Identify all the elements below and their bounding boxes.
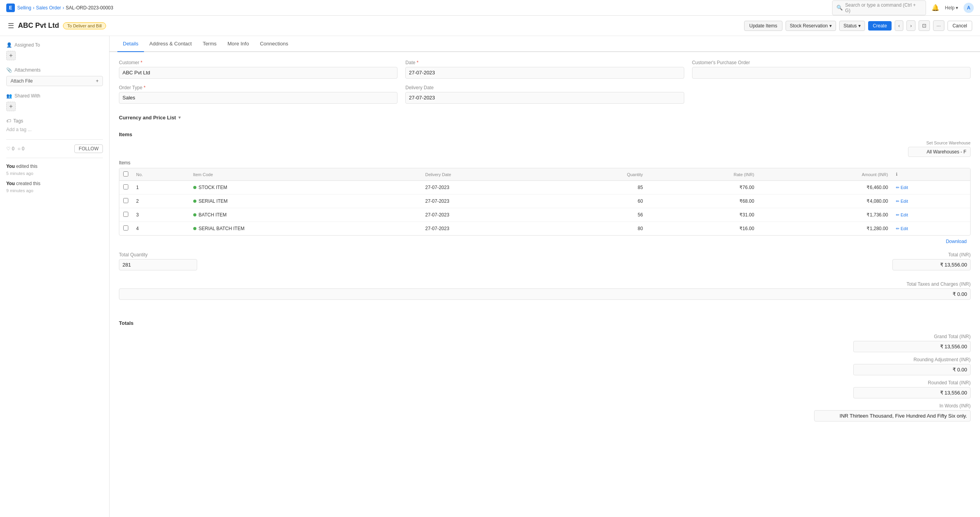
row-checkbox[interactable] <box>123 184 128 189</box>
edit-row-button[interactable]: ✏ Edit <box>896 185 966 190</box>
status-button[interactable]: Status ▾ <box>839 21 865 31</box>
row-amount: ₹4,080.00 <box>758 195 892 208</box>
delivery-date-header: Delivery Date <box>421 168 553 181</box>
edit-row-button[interactable]: ✏ Edit <box>896 226 966 231</box>
update-items-button[interactable]: Update Items <box>744 21 782 31</box>
row-item-code[interactable]: SERIAL ITEM <box>189 195 421 208</box>
row-checkbox[interactable] <box>123 212 128 217</box>
rounding-value: ₹ 0.00 <box>853 364 971 375</box>
add-assigned-button[interactable]: + <box>6 51 16 60</box>
breadcrumb: Selling › Sales Order › SAL-ORD-2023-000… <box>17 5 113 11</box>
grand-total-grid: Grand Total (INR) ₹ 13,556.00 Rounding A… <box>119 334 971 422</box>
content-area: Details Address & Contact Terms More Inf… <box>110 36 980 517</box>
next-button[interactable]: › <box>906 20 915 31</box>
search-bar[interactable]: 🔍 Search or type a command (Ctrl + G) <box>832 0 926 15</box>
in-words-box: In Words (INR) INR Thirteen Thousand, Fi… <box>119 403 971 422</box>
row-checkbox[interactable] <box>123 198 128 203</box>
tab-more-info[interactable]: More Info <box>222 36 255 52</box>
order-type-field: Order Type * Sales <box>119 85 397 104</box>
row-quantity: 85 <box>553 181 647 195</box>
stock-reservation-button[interactable]: Stock Reservation ▾ <box>786 21 836 31</box>
table-row: 1 STOCK ITEM 27-07-2023 85 ₹76.00 ₹6,460… <box>119 181 970 195</box>
more-options-icon[interactable]: ··· <box>933 20 944 31</box>
avatar[interactable]: A <box>964 3 974 13</box>
table-row: 4 SERIAL BATCH ITEM 27-07-2023 80 ₹16.00… <box>119 222 970 236</box>
table-header-row: No. Item Code Delivery Date Quantity Rat… <box>119 168 970 181</box>
order-delivery-row: Order Type * Sales Delivery Date 27-07-2… <box>119 85 971 104</box>
no-header: No. <box>132 168 189 181</box>
prev-button[interactable]: ‹ <box>895 20 903 31</box>
items-section-header: Items <box>119 127 971 141</box>
total-inr-box: Total (INR) ₹ 13,556.00 <box>892 252 971 270</box>
row-quantity: 80 <box>553 222 647 236</box>
totals-row: Total Quantity 281 Total (INR) ₹ 13,556.… <box>119 252 971 275</box>
like-area: ♡ 0 ○ 0 <box>6 146 24 151</box>
chevron-down-icon: ▾ <box>829 23 832 29</box>
purchase-order-label: Customer's Purchase Order <box>692 60 971 65</box>
rounded-total-label: Rounded Total (INR) <box>853 380 971 385</box>
tabs-bar: Details Address & Contact Terms More Inf… <box>110 36 980 52</box>
user-icon: 👤 <box>6 42 12 48</box>
doc-actions: Update Items Stock Reservation ▾ Status … <box>744 20 972 31</box>
breadcrumb-sales-order[interactable]: Sales Order <box>36 5 61 11</box>
print-icon[interactable]: ⊡ <box>919 20 930 31</box>
row-checkbox[interactable] <box>123 225 128 231</box>
grand-total-label: Grand Total (INR) <box>853 334 971 339</box>
row-quantity: 56 <box>553 208 647 222</box>
comment-icon[interactable]: ○ 0 <box>18 146 24 151</box>
help-button[interactable]: Help ▾ <box>945 5 958 11</box>
item-code-header: Item Code <box>189 168 421 181</box>
follow-button[interactable]: FOLLOW <box>74 144 103 153</box>
download-button[interactable]: Download <box>946 239 967 244</box>
warehouse-select[interactable]: All Warehouses - F <box>908 147 971 157</box>
row-rate: ₹31.00 <box>647 208 758 222</box>
purchase-order-value[interactable] <box>692 67 971 79</box>
edit-row-button[interactable]: ✏ Edit <box>896 199 966 204</box>
row-item-code[interactable]: SERIAL BATCH ITEM <box>189 222 421 236</box>
notification-icon[interactable]: 🔔 <box>931 4 939 11</box>
item-status-dot <box>193 200 196 203</box>
items-section: Items Set Source Warehouse All Warehouse… <box>119 127 971 422</box>
add-tag-button[interactable]: Add a tag ... <box>6 127 103 132</box>
main-layout: 👤 Assigned To + 📎 Attachments Attach Fil… <box>0 36 980 517</box>
customer-value[interactable]: ABC Pvt Ltd <box>119 67 397 79</box>
customer-label: Customer * <box>119 60 397 65</box>
items-sub-label: Items <box>119 160 971 166</box>
attachment-icon: 📎 <box>6 67 12 73</box>
attach-file-button[interactable]: Attach File + <box>6 76 103 86</box>
status-label: Status <box>843 23 857 29</box>
tab-details[interactable]: Details <box>117 36 144 52</box>
tags-label: 🏷 Tags <box>6 118 103 124</box>
add-shared-button[interactable]: + <box>6 102 16 111</box>
sidebar-toggle-icon[interactable]: ☰ <box>8 22 14 30</box>
row-edit-cell: ✏ Edit <box>892 195 970 208</box>
doc-title-area: ☰ ABC Pvt Ltd To Deliver and Bill <box>8 22 106 30</box>
heart-icon[interactable]: ♡ 0 <box>6 146 14 151</box>
order-type-value[interactable]: Sales <box>119 92 397 104</box>
row-item-code[interactable]: STOCK ITEM <box>189 181 421 195</box>
sidebar: 👤 Assigned To + 📎 Attachments Attach Fil… <box>0 36 110 517</box>
tab-terms[interactable]: Terms <box>197 36 222 52</box>
activity-feed: You edited this 5 minutes ago You create… <box>6 163 103 194</box>
row-edit-cell: ✏ Edit <box>892 222 970 236</box>
row-rate: ₹68.00 <box>647 195 758 208</box>
cancel-button[interactable]: Cancel <box>948 21 972 31</box>
assigned-to-label: 👤 Assigned To <box>6 42 103 48</box>
delivery-date-value[interactable]: 27-07-2023 <box>405 92 684 104</box>
date-value[interactable]: 27-07-2023 <box>405 67 684 79</box>
breadcrumb-selling[interactable]: Selling <box>17 5 31 11</box>
tab-address[interactable]: Address & Contact <box>144 36 197 52</box>
select-all-checkbox[interactable] <box>123 171 128 177</box>
in-words-value: INR Thirteen Thousand, Five Hundred And … <box>814 410 971 422</box>
edit-row-button[interactable]: ✏ Edit <box>896 213 966 218</box>
tab-connections[interactable]: Connections <box>254 36 293 52</box>
document-header: ☰ ABC Pvt Ltd To Deliver and Bill Update… <box>0 16 980 36</box>
create-button[interactable]: Create <box>868 21 892 31</box>
currency-section-header[interactable]: Currency and Price List ▾ <box>119 110 971 124</box>
warehouse-field: Set Source Warehouse All Warehouses - F <box>908 141 971 157</box>
delivery-date-label: Delivery Date <box>405 85 684 90</box>
row-no: 2 <box>132 195 189 208</box>
items-table: No. Item Code Delivery Date Quantity Rat… <box>119 168 970 235</box>
row-item-code[interactable]: BATCH ITEM <box>189 208 421 222</box>
row-no: 1 <box>132 181 189 195</box>
